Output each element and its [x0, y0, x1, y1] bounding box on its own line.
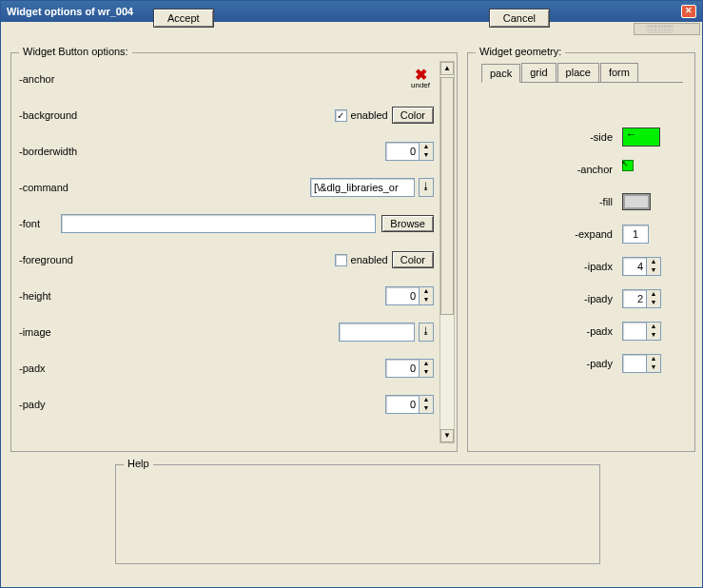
font-label: -font	[19, 218, 61, 229]
help-group: Help	[115, 464, 600, 564]
geom-padx-spinner[interactable]: ▲▼	[622, 322, 661, 341]
foreground-color-button[interactable]: Color	[392, 251, 434, 268]
row-height: -height ▲▼	[19, 278, 434, 314]
spin-down-icon[interactable]: ▼	[420, 404, 433, 413]
ipadx-label: -ipadx	[485, 261, 622, 272]
pady-spinner[interactable]: ▲▼	[385, 395, 434, 414]
spin-up-icon[interactable]: ▲	[647, 290, 660, 299]
spin-up-icon[interactable]: ▲	[647, 258, 660, 266]
options-scrollbar[interactable]: ▲ ▼	[439, 61, 455, 443]
anchor-selector[interactable]: ↖	[622, 160, 641, 179]
geometry-tabs: pack grid place form	[481, 63, 683, 83]
geom-anchor-label: -anchor	[485, 164, 622, 175]
accept-button[interactable]: Accept	[153, 9, 214, 28]
geom-row-side: -side	[485, 121, 679, 153]
ipadx-spinner[interactable]: ▲▼	[622, 257, 661, 276]
scroll-up-icon[interactable]: ▲	[440, 62, 454, 75]
enabled-label: enabled	[351, 109, 388, 121]
ipady-spinner[interactable]: ▲▼	[622, 289, 661, 308]
enabled-label: enabled	[351, 254, 388, 265]
dialog-window: Widget options of wr_004 ✕ Widget Button…	[0, 0, 703, 588]
borderwidth-label: -borderwidth	[19, 146, 114, 157]
geom-row-padx: -padx ▲▼	[485, 315, 679, 347]
height-label: -height	[19, 290, 114, 302]
background-enabled-checkbox[interactable]: ✓	[335, 109, 347, 122]
help-legend: Help	[124, 458, 153, 469]
background-label: -background	[19, 109, 114, 121]
tab-pack[interactable]: pack	[481, 64, 520, 83]
row-background: -background ✓ enabled Color	[19, 97, 434, 133]
spin-down-icon[interactable]: ▼	[647, 266, 660, 275]
browse-font-button[interactable]: Browse	[381, 215, 434, 232]
height-spinner[interactable]: ▲▼	[385, 286, 434, 305]
row-command: -command ⭳	[19, 169, 434, 206]
row-foreground: -foreground enabled Color	[19, 242, 434, 278]
spin-down-icon[interactable]: ▼	[647, 331, 660, 340]
ipady-label: -ipady	[485, 293, 622, 304]
side-selector[interactable]	[622, 127, 660, 147]
button-options-group: Widget Button options: -anchor ✖ undef -…	[10, 52, 458, 452]
x-icon: ✖	[407, 69, 434, 81]
geom-row-pady: -pady ▲▼	[485, 347, 679, 380]
row-font: -font Browse	[19, 206, 434, 242]
borderwidth-input[interactable]	[385, 142, 420, 161]
background-color-button[interactable]: Color	[392, 107, 434, 124]
tab-grid[interactable]: grid	[521, 63, 556, 82]
spin-down-icon[interactable]: ▼	[647, 299, 660, 307]
undef-button[interactable]: ✖ undef	[407, 69, 434, 89]
spin-up-icon[interactable]: ▲	[647, 355, 660, 363]
padx-spinner[interactable]: ▲▼	[385, 359, 434, 378]
geom-pady-input[interactable]	[622, 354, 647, 373]
geom-row-anchor: -anchor ↖	[485, 153, 679, 186]
cancel-button[interactable]: Cancel	[489, 9, 550, 28]
spin-up-icon[interactable]: ▲	[647, 323, 660, 331]
geom-row-ipadx: -ipadx ▲▼	[485, 250, 679, 283]
tab-form[interactable]: form	[600, 63, 638, 82]
spin-down-icon[interactable]: ▼	[647, 363, 660, 372]
command-label: -command	[19, 182, 114, 193]
scroll-down-icon[interactable]: ▼	[440, 429, 454, 442]
image-dropdown-button[interactable]: ⭳	[419, 323, 434, 342]
borderwidth-spinner[interactable]: ▲▼	[385, 142, 434, 161]
command-input[interactable]	[310, 178, 415, 197]
font-input[interactable]	[61, 214, 376, 233]
height-input[interactable]	[385, 286, 420, 305]
geom-pady-spinner[interactable]: ▲▼	[622, 354, 661, 373]
resize-grip[interactable]	[634, 23, 700, 35]
image-input[interactable]	[339, 323, 415, 342]
expand-input[interactable]	[622, 225, 649, 244]
row-borderwidth: -borderwidth ▲▼	[19, 133, 434, 169]
spin-up-icon[interactable]: ▲	[420, 143, 433, 151]
row-anchor: -anchor ✖ undef	[19, 61, 434, 97]
ipadx-input[interactable]	[622, 257, 647, 276]
command-dropdown-button[interactable]: ⭳	[419, 178, 434, 197]
geom-padx-input[interactable]	[622, 322, 647, 341]
expand-label: -expand	[485, 228, 622, 240]
fill-label: -fill	[485, 196, 622, 207]
tab-place[interactable]: place	[557, 63, 599, 82]
geom-row-expand: -expand	[485, 218, 679, 250]
image-label: -image	[19, 326, 114, 338]
spin-up-icon[interactable]: ▲	[420, 360, 433, 368]
geom-padx-label: -padx	[485, 325, 622, 337]
padx-label: -padx	[19, 363, 114, 374]
ipady-input[interactable]	[622, 289, 647, 308]
spin-down-icon[interactable]: ▼	[420, 368, 433, 377]
dialog-buttons: Accept Cancel	[1, 9, 702, 28]
scroll-thumb[interactable]	[440, 77, 454, 315]
spin-up-icon[interactable]: ▲	[420, 287, 433, 296]
padx-input[interactable]	[385, 359, 420, 378]
foreground-enabled-checkbox[interactable]	[335, 254, 347, 266]
button-options-legend: Widget Button options:	[19, 46, 132, 57]
pady-label: -pady	[19, 399, 114, 410]
row-pady: -pady ▲▼	[19, 386, 434, 422]
spin-down-icon[interactable]: ▼	[420, 151, 433, 160]
spin-up-icon[interactable]: ▲	[420, 396, 433, 404]
row-image: -image ⭳	[19, 314, 434, 350]
spin-down-icon[interactable]: ▼	[420, 296, 433, 304]
pady-input[interactable]	[385, 395, 420, 414]
geom-pady-label: -pady	[485, 358, 622, 369]
fill-selector[interactable]	[622, 193, 651, 210]
geom-row-ipady: -ipady ▲▼	[485, 283, 679, 315]
geom-row-fill: -fill	[485, 186, 679, 218]
